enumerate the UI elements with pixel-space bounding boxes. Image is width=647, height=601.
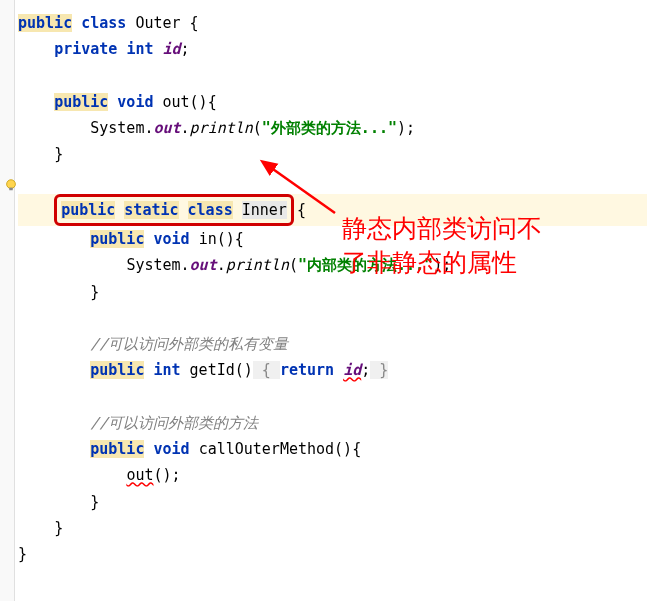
keyword-void: void	[153, 440, 189, 458]
parens: ()	[235, 361, 253, 379]
string-literal: "内部类的方法..."	[298, 256, 433, 274]
method-call-error: out	[126, 466, 153, 484]
keyword-public: public	[61, 201, 115, 219]
keyword-public: public	[90, 440, 144, 458]
code-editor[interactable]: public class Outer { private int id; pub…	[0, 0, 647, 577]
semicolon: ;	[361, 361, 370, 379]
paren-close: );	[397, 119, 415, 137]
space	[334, 361, 343, 379]
parens: (){	[217, 230, 244, 248]
class-ref: System.	[126, 256, 189, 274]
keyword-public: public	[18, 14, 72, 32]
keyword-class: class	[188, 201, 233, 219]
field-error: id	[343, 361, 361, 379]
method-name: getId	[190, 361, 235, 379]
class-name: Inner	[242, 201, 287, 219]
method-name: in	[199, 230, 217, 248]
paren-open: (	[289, 256, 298, 274]
keyword-return: return	[280, 361, 334, 379]
dot: .	[181, 119, 190, 137]
dot: .	[217, 256, 226, 274]
code-line[interactable]: }	[18, 541, 647, 567]
code-line[interactable]: public void out(){	[18, 89, 647, 115]
parens: (){	[190, 93, 217, 111]
error-highlight-box: public static class Inner	[54, 194, 294, 226]
code-line-highlighted[interactable]: public static class Inner{	[18, 194, 647, 226]
blank-line[interactable]	[18, 384, 647, 410]
code-line[interactable]: }	[18, 279, 647, 305]
keyword-private: private	[54, 40, 117, 58]
keyword-int: int	[153, 361, 180, 379]
keyword-int: int	[126, 40, 153, 58]
brace-close: }	[370, 361, 388, 379]
keyword-void: void	[117, 93, 153, 111]
string-literal: "外部类的方法..."	[262, 119, 397, 137]
code-line[interactable]: public int getId() { return id; }	[18, 357, 647, 383]
paren-close: );	[433, 256, 451, 274]
class-ref: System.	[90, 119, 153, 137]
code-line[interactable]: //可以访问外部类的私有变量	[18, 331, 647, 357]
brace: }	[90, 493, 99, 511]
comment: //可以访问外部类的方法	[90, 414, 258, 432]
field-ref: out	[153, 119, 180, 137]
semicolon: ;	[181, 40, 190, 58]
method-call: println	[190, 119, 253, 137]
field-ref: out	[190, 256, 217, 274]
code-line[interactable]: public void in(){	[18, 226, 647, 252]
brace: }	[90, 283, 99, 301]
parens: ();	[153, 466, 180, 484]
code-line[interactable]: }	[18, 141, 647, 167]
class-name: Outer	[135, 14, 180, 32]
brace: }	[54, 519, 63, 537]
comment: //可以访问外部类的私有变量	[90, 335, 288, 353]
keyword-public: public	[90, 361, 144, 379]
keyword-static: static	[124, 201, 178, 219]
code-line[interactable]: public void callOuterMethod(){	[18, 436, 647, 462]
brace: }	[18, 545, 27, 563]
code-line[interactable]: //可以访问外部类的方法	[18, 410, 647, 436]
code-line[interactable]: }	[18, 489, 647, 515]
keyword-void: void	[153, 230, 189, 248]
code-line[interactable]: public class Outer {	[18, 10, 647, 36]
blank-line[interactable]	[18, 305, 647, 331]
code-line[interactable]: }	[18, 515, 647, 541]
blank-line[interactable]	[18, 168, 647, 194]
blank-line[interactable]	[18, 63, 647, 89]
brace: {	[297, 201, 306, 219]
brace: }	[54, 145, 63, 163]
code-line[interactable]: out();	[18, 462, 647, 488]
code-line[interactable]: System.out.println("外部类的方法...");	[18, 115, 647, 141]
method-name: callOuterMethod	[199, 440, 334, 458]
keyword-public: public	[54, 93, 108, 111]
brace-open: {	[253, 361, 280, 379]
method-call: println	[226, 256, 289, 274]
keyword-public: public	[90, 230, 144, 248]
code-line[interactable]: private int id;	[18, 36, 647, 62]
brace: {	[181, 14, 199, 32]
code-line[interactable]: System.out.println("内部类的方法...");	[18, 252, 647, 278]
parens: (){	[334, 440, 361, 458]
paren-open: (	[253, 119, 262, 137]
field-name: id	[163, 40, 181, 58]
method-name: out	[163, 93, 190, 111]
keyword-class: class	[81, 14, 126, 32]
